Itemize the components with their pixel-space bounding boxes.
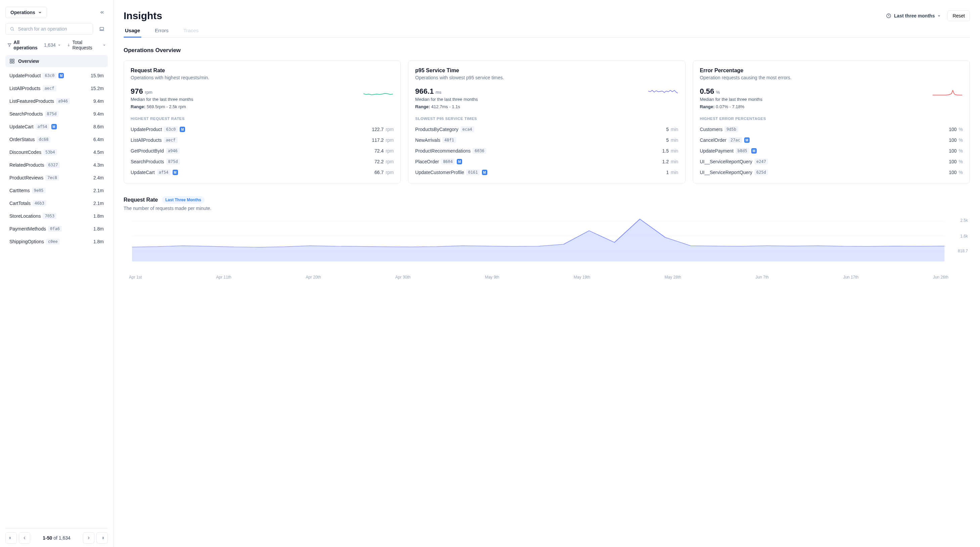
card-row[interactable]: PlaceOrder 8604 M 1.2 min: [415, 156, 678, 167]
row-hash: aecf: [164, 137, 178, 143]
card-value: 0.56: [700, 87, 714, 96]
sidebar-top: Operations: [5, 7, 108, 18]
operation-count: 1.8m: [93, 239, 104, 244]
x-axis-labels: Apr 1stApr 11thApr 20thApr 30thMay 9thMa…: [129, 275, 948, 279]
y-tick: 1.6k: [960, 234, 968, 239]
operation-hash: 9e05: [32, 188, 46, 193]
device-preview-button[interactable]: [96, 23, 108, 35]
card-row[interactable]: UpdateCart af54 M 66.7 rpm: [130, 167, 394, 178]
operation-count: 6.4m: [93, 137, 104, 142]
card-unit: ms: [434, 90, 441, 95]
pager-prev[interactable]: [19, 532, 30, 544]
row-name: SearchProducts: [130, 159, 164, 164]
operations-dropdown[interactable]: Operations: [5, 7, 47, 18]
row-value: 122.7 rpm: [372, 127, 394, 132]
x-tick: Apr 20th: [305, 275, 321, 279]
row-hash: af54: [157, 169, 170, 175]
pager-last[interactable]: [96, 532, 108, 544]
operation-item[interactable]: CartItems 9e05 2.1m: [5, 184, 108, 197]
operation-name: ListFeaturedProducts: [10, 99, 54, 104]
operation-count: 15.2m: [91, 86, 104, 91]
row-hash: 875d: [166, 159, 180, 165]
operation-item[interactable]: UpdateProduct 63c0 M 15.9m: [5, 69, 108, 82]
operation-hash: af54: [36, 124, 49, 130]
operation-count: 4.3m: [93, 162, 104, 167]
row-value: 1 min: [666, 170, 678, 175]
card-row[interactable]: NewArrivals 48f1 5 min: [415, 135, 678, 145]
card-value: 976: [130, 87, 143, 96]
card-row[interactable]: UpdatePayment b8d5 M 100 %: [700, 145, 963, 156]
tab-usage[interactable]: Usage: [124, 27, 142, 37]
operations-list[interactable]: UpdateProduct 63c0 M 15.9m ListAllProduc…: [5, 69, 108, 528]
operation-item[interactable]: UpdateCart af54 M 8.6m: [5, 120, 108, 133]
pager-first[interactable]: [5, 532, 17, 544]
overview-cards: Request Rate Operations with highest req…: [124, 61, 970, 183]
page-title: Insights: [124, 10, 162, 21]
operation-item[interactable]: StoreLocations 7053 1.8m: [5, 210, 108, 222]
collapse-sidebar-button[interactable]: [96, 7, 108, 18]
card-row[interactable]: SearchProducts 875d 72.2 rpm: [130, 156, 394, 167]
row-name: PlaceOrder: [415, 159, 439, 164]
row-value: 1.5 min: [662, 148, 678, 153]
overview-section-title: Operations Overview: [124, 47, 970, 54]
search-input[interactable]: [18, 26, 89, 32]
all-operations-filter[interactable]: All operations 1,634: [7, 40, 61, 50]
mutation-badge: M: [51, 124, 57, 129]
card-row[interactable]: ProductsByCategory eca4 5 min: [415, 124, 678, 135]
card-row[interactable]: UI__ServiceReportQuery e247 100 %: [700, 156, 963, 167]
row-value: 72.4 rpm: [374, 148, 394, 153]
operation-hash: aecf: [43, 85, 56, 91]
svg-rect-2: [100, 27, 104, 30]
card-row[interactable]: ListAllProducts aecf 117.2 rpm: [130, 135, 394, 145]
row-name: UI__ServiceReportQuery: [700, 159, 752, 164]
card-row[interactable]: Customers 9d5b 100 %: [700, 124, 963, 135]
card-row[interactable]: UpdateProduct 63c0 M 122.7 rpm: [130, 124, 394, 135]
mutation-badge: M: [751, 148, 757, 153]
x-tick: Jun 17th: [843, 275, 858, 279]
operation-item[interactable]: CartTotals 46b3 2.1m: [5, 197, 108, 210]
operation-item[interactable]: DiscountCodes 53b4 4.5m: [5, 146, 108, 159]
x-tick: Jun 26th: [933, 275, 948, 279]
request-rate-chart[interactable]: 2.5k 1.6k 818.7: [124, 218, 970, 262]
sparkline: [363, 87, 394, 96]
pager-next[interactable]: [83, 532, 94, 544]
mutation-badge: M: [457, 159, 462, 164]
filter-icon: [7, 43, 11, 47]
sort-dropdown[interactable]: Total Requests: [67, 40, 106, 50]
card-subtitle: Operations with highest requests/min.: [130, 75, 394, 80]
svg-rect-6: [10, 59, 12, 61]
card-row[interactable]: UI__ServiceReportQuery 625d 100 %: [700, 167, 963, 178]
card-title: p95 Service Time: [415, 67, 678, 73]
sidebar-item-overview[interactable]: Overview: [5, 55, 108, 67]
card-subtitle: Operations with slowest p95 service time…: [415, 75, 678, 80]
operation-item[interactable]: ShippingOptions c0ee 1.8m: [5, 235, 108, 248]
card-row[interactable]: GetProductById a946 72.4 rpm: [130, 145, 394, 156]
card-row[interactable]: UpdateCustomerProfile 0161 M 1 min: [415, 167, 678, 178]
operation-hash: a946: [56, 98, 70, 104]
operation-item[interactable]: ListAllProducts aecf 15.2m: [5, 82, 108, 95]
tab-errors[interactable]: Errors: [153, 27, 170, 37]
main-content: Insights Last three months Reset UsageEr…: [113, 0, 980, 547]
operation-name: CartTotals: [10, 201, 30, 206]
operation-item[interactable]: ProductReviews 7ec8 2.4m: [5, 171, 108, 184]
search-row: [5, 23, 108, 35]
operation-item[interactable]: OrderStatus dc68 6.4m: [5, 133, 108, 146]
row-hash: 63c0: [164, 126, 178, 132]
operation-count: 2.4m: [93, 175, 104, 180]
operation-item[interactable]: RelatedProducts 6327 4.3m: [5, 159, 108, 171]
card-row[interactable]: ProductRecommendations 6036 1.5 min: [415, 145, 678, 156]
row-name: UpdatePayment: [700, 148, 733, 153]
tab-traces: Traces: [182, 27, 200, 37]
search-box[interactable]: [5, 23, 93, 35]
card-row[interactable]: CancelOrder 27ac M 100 %: [700, 135, 963, 145]
reset-button[interactable]: Reset: [947, 10, 970, 21]
operation-name: ShippingOptions: [10, 239, 44, 244]
row-hash: 625d: [754, 169, 768, 175]
operation-count: 4.5m: [93, 150, 104, 155]
operation-item[interactable]: PaymentMethods 0fa6 1.8m: [5, 222, 108, 235]
time-range-picker[interactable]: Last three months: [883, 11, 944, 21]
operation-count: 15.9m: [91, 73, 104, 78]
header-actions: Last three months Reset: [883, 10, 970, 21]
operation-item[interactable]: SearchProducts 875d 9.4m: [5, 107, 108, 120]
operation-item[interactable]: ListFeaturedProducts a946 9.4m: [5, 95, 108, 107]
